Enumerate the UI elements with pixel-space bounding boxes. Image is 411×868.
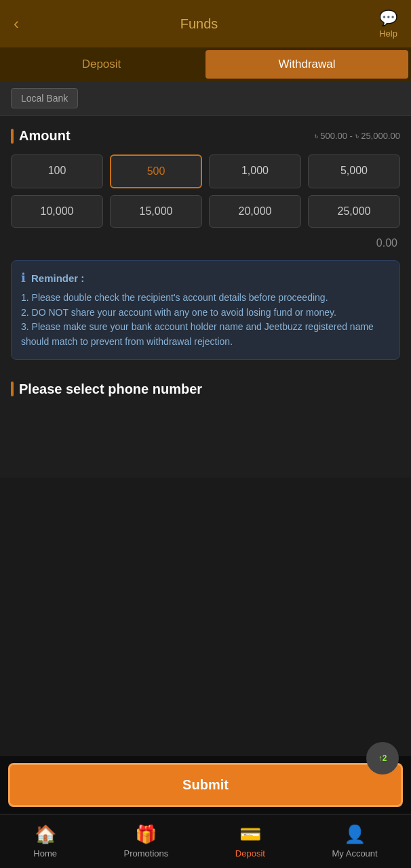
- amount-btn-20000[interactable]: 20,000: [209, 195, 301, 228]
- nav-home[interactable]: 🏠 Home: [33, 824, 57, 859]
- amount-range: ৳ 500.00 - ৳ 25,000.00: [315, 131, 400, 142]
- float-button[interactable]: ↑2: [366, 742, 399, 774]
- balance-display: 0.00: [11, 237, 400, 249]
- amount-section-header: Amount ৳ 500.00 - ৳ 25,000.00: [11, 128, 400, 144]
- reminder-text: 1. Please double check the recipient's a…: [21, 291, 390, 350]
- nav-promotions-label: Promotions: [124, 848, 169, 859]
- amount-section: Amount ৳ 500.00 - ৳ 25,000.00 100 500 1,…: [0, 116, 411, 369]
- bank-label[interactable]: Local Bank: [11, 88, 78, 108]
- amount-btn-500[interactable]: 500: [110, 154, 202, 188]
- reminder-line-3: 3. Please make sure your bank account ho…: [21, 321, 374, 347]
- amount-title: Amount: [19, 128, 71, 144]
- phone-section-title: Please select phone number: [19, 381, 202, 397]
- tab-bar: Deposit Withdrawal: [0, 47, 411, 81]
- amount-btn-10000[interactable]: 10,000: [11, 195, 103, 228]
- phone-section-bar: [11, 381, 14, 396]
- nav-myaccount[interactable]: 👤 My Account: [332, 824, 377, 859]
- amount-title-wrap: Amount: [11, 128, 71, 144]
- nav-myaccount-label: My Account: [332, 848, 377, 859]
- nav-promotions[interactable]: 🎁 Promotions: [124, 824, 169, 859]
- header: ‹ Funds 💬 Help: [0, 0, 411, 47]
- amount-btn-5000[interactable]: 5,000: [308, 154, 400, 188]
- reminder-line-2: 2. DO NOT share your account with any on…: [21, 307, 336, 318]
- amount-grid: 100 500 1,000 5,000 10,000 15,000 20,000…: [11, 154, 400, 228]
- info-icon: ℹ: [21, 270, 26, 285]
- reminder-header: ℹ Reminder :: [21, 270, 390, 285]
- tab-withdrawal[interactable]: Withdrawal: [206, 50, 408, 79]
- home-icon: 🏠: [35, 824, 56, 845]
- reminder-line-1: 1. Please double check the recipient's a…: [21, 292, 328, 303]
- amount-btn-100[interactable]: 100: [11, 154, 103, 188]
- amount-btn-1000[interactable]: 1,000: [209, 154, 301, 188]
- bottom-nav: 🏠 Home 🎁 Promotions 💳 Deposit 👤 My Accou…: [0, 814, 411, 868]
- nav-deposit-label: Deposit: [235, 848, 265, 859]
- phone-title-wrap: Please select phone number: [11, 381, 400, 397]
- promotions-icon: 🎁: [135, 824, 157, 845]
- submit-area: Submit: [0, 756, 411, 814]
- reminder-box: ℹ Reminder : 1. Please double check the …: [11, 260, 400, 360]
- page-title: Funds: [180, 16, 218, 32]
- reminder-title: Reminder :: [31, 272, 84, 284]
- amount-btn-15000[interactable]: 15,000: [110, 195, 202, 228]
- help-icon: 💬: [379, 9, 397, 27]
- amount-btn-25000[interactable]: 25,000: [308, 195, 400, 228]
- submit-button[interactable]: Submit: [8, 763, 403, 807]
- section-bar-icon: [11, 129, 14, 144]
- back-button[interactable]: ‹: [14, 14, 19, 33]
- bank-row: Local Bank: [0, 81, 411, 116]
- phone-section: Please select phone number: [0, 369, 411, 478]
- tab-deposit[interactable]: Deposit: [0, 47, 203, 81]
- nav-deposit[interactable]: 💳 Deposit: [235, 824, 265, 859]
- deposit-icon: 💳: [239, 824, 261, 845]
- help-label: Help: [379, 28, 397, 39]
- help-button[interactable]: 💬 Help: [379, 9, 397, 39]
- nav-home-label: Home: [33, 848, 57, 859]
- myaccount-icon: 👤: [344, 824, 366, 845]
